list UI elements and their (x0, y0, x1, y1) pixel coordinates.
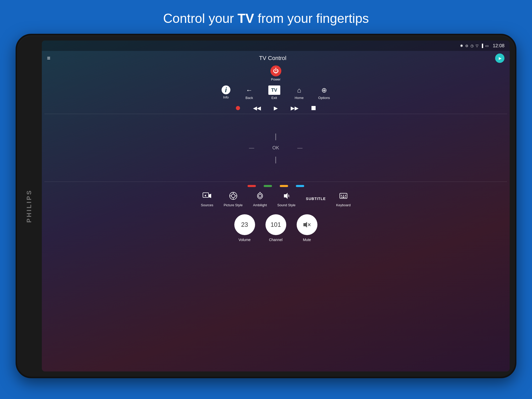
svg-point-7 (258, 194, 262, 197)
ambilight-button[interactable]: Ambilight (253, 190, 267, 207)
svg-point-12 (341, 195, 342, 196)
play-fab-button[interactable] (495, 54, 504, 63)
page-header: Control your TV from your fingertips (0, 0, 532, 26)
options-icon: ⊕ (318, 85, 330, 95)
dpad-right-button[interactable]: — (297, 145, 303, 150)
sources-label: Sources (201, 203, 213, 207)
channel-circle: 101 (265, 214, 286, 235)
menu-button[interactable]: ≡ (47, 55, 50, 62)
info-button[interactable]: i Info (222, 85, 230, 100)
picture-style-icon (228, 190, 239, 202)
info-icon: i (222, 85, 230, 94)
top-bar: ≡ TV Control (42, 51, 510, 65)
svg-marker-18 (303, 222, 307, 228)
power-row: ⏻ Power (42, 65, 510, 81)
home-label: Home (295, 96, 304, 100)
stop-button[interactable] (311, 106, 316, 110)
power-label: Power (271, 77, 281, 81)
exit-icon: TV (268, 85, 280, 95)
svg-point-2 (231, 194, 235, 198)
tablet-frame: PHILIPS ✱ ⊖ ◷ ▽ ▐ ▭ 12:08 ≡ TV Control (16, 34, 516, 378)
svg-point-17 (345, 197, 346, 198)
picture-style-button[interactable]: Picture Style (224, 190, 243, 207)
keyboard-button[interactable]: Keyboard (336, 190, 351, 207)
power-button[interactable]: ⏻ Power (270, 65, 281, 81)
options-button[interactable]: ⊕ Options (318, 85, 330, 100)
status-bar: ✱ ⊖ ◷ ▽ ▐ ▭ 12:08 (42, 41, 510, 51)
dpad-section: | — OK — | (42, 114, 510, 182)
mute-circle (297, 214, 317, 235)
green-button[interactable] (264, 185, 272, 187)
channel-control[interactable]: 101 Channel (265, 214, 286, 242)
svg-marker-9 (284, 193, 288, 199)
stop-icon (311, 106, 316, 110)
back-icon: ← (243, 85, 255, 95)
blue-button[interactable] (296, 185, 304, 187)
svg-point-14 (345, 195, 346, 196)
dpad-middle-row: — OK — (249, 143, 302, 153)
app-title: TV Control (50, 55, 495, 62)
options-label: Options (318, 96, 330, 100)
volume-value: 23 (241, 221, 248, 228)
exit-button[interactable]: TV Exit (268, 85, 280, 100)
back-button[interactable]: ← Back (243, 85, 255, 100)
volume-control[interactable]: 23 Volume (234, 214, 255, 242)
ok-button[interactable]: OK (267, 143, 284, 153)
wifi-icon: ▽ (476, 44, 478, 48)
record-icon (236, 106, 240, 110)
keyboard-icon (338, 190, 349, 202)
sources-icon (201, 190, 213, 202)
battery-icon: ▭ (485, 44, 489, 48)
signal-icon: ▐ (481, 44, 483, 48)
status-icons: ✱ ⊖ ◷ ▽ ▐ ▭ 12:08 (460, 43, 504, 49)
picture-style-label: Picture Style (224, 203, 243, 207)
back-label: Back (245, 96, 253, 100)
rewind-button[interactable]: ◀◀ (253, 105, 261, 111)
hamburger-icon: ≡ (47, 55, 50, 61)
bluetooth-icon: ✱ (460, 44, 463, 48)
power-icon: ⏻ (270, 65, 281, 76)
subtitle-text: SUBTITLE (306, 197, 326, 201)
philips-brand-label: PHILIPS (25, 189, 33, 223)
vc-row: 23 Volume 101 Channel Mute (42, 214, 510, 242)
record-button[interactable] (236, 106, 240, 110)
fastforward-button[interactable]: ▶▶ (291, 105, 298, 111)
volume-label: Volume (238, 238, 251, 242)
svg-point-13 (343, 195, 344, 196)
red-button[interactable] (248, 185, 256, 187)
info-label: Info (223, 95, 229, 99)
volume-circle: 23 (234, 214, 255, 235)
sources-button[interactable]: Sources (201, 190, 213, 207)
dpad-container: | — OK — | (249, 133, 302, 163)
dpad-left-button[interactable]: — (249, 145, 254, 150)
quick-access-row: Sources Picture Style (42, 190, 510, 207)
svg-rect-16 (342, 197, 344, 198)
status-time: 12:08 (493, 43, 504, 49)
home-icon: ⌂ (293, 85, 305, 95)
mute-control[interactable]: Mute (297, 214, 317, 242)
play-button[interactable]: ▶ (274, 105, 278, 111)
dpad-down-button[interactable]: | (275, 156, 277, 163)
subtitle-button[interactable]: SUBTITLE (306, 197, 326, 201)
keyboard-label: Keyboard (336, 203, 351, 207)
sound-style-icon (281, 190, 292, 202)
media-row: ◀◀ ▶ ▶▶ (42, 105, 510, 111)
ambilight-label: Ambilight (253, 203, 267, 207)
color-buttons-row (42, 182, 510, 190)
sound-style-button[interactable]: Sound Style (277, 190, 295, 207)
dpad-up-button[interactable]: | (275, 133, 277, 140)
home-button[interactable]: ⌂ Home (293, 85, 305, 100)
exit-label: Exit (271, 96, 277, 100)
yellow-button[interactable] (280, 185, 288, 187)
header-text: Control your TV from your fingertips (163, 11, 369, 26)
function-row: i Info ← Back TV Exit ⌂ Home ⊕ Options (42, 85, 510, 100)
mute-label: Mute (303, 238, 311, 242)
dnd-icon: ⊖ (465, 44, 468, 48)
channel-value: 101 (270, 221, 281, 228)
ambilight-icon (254, 190, 266, 202)
screen: ✱ ⊖ ◷ ▽ ▐ ▭ 12:08 ≡ TV Control ⏻ Power (42, 41, 510, 371)
channel-label: Channel (269, 238, 282, 242)
sound-style-label: Sound Style (277, 203, 295, 207)
svg-point-15 (341, 197, 342, 198)
alarm-icon: ◷ (470, 44, 474, 48)
